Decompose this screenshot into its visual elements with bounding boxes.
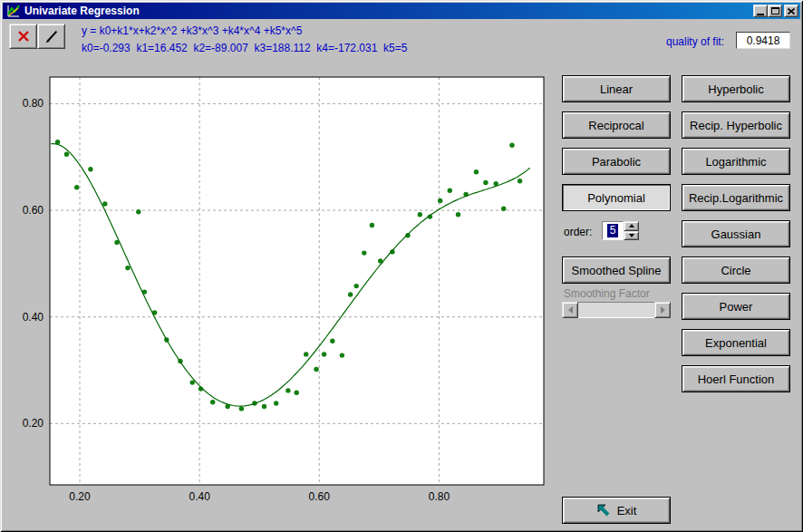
- exit-arrow-icon: [596, 503, 611, 517]
- fit-recip-hyperbolic-button[interactable]: Recip. Hyperbolic: [682, 111, 790, 139]
- fit-gaussian-button[interactable]: Gaussian: [682, 220, 790, 247]
- spin-down-button[interactable]: [624, 231, 639, 241]
- scroll-right-button[interactable]: [654, 302, 671, 318]
- pen-icon: [44, 28, 60, 44]
- window-title: Univariate Regression: [24, 5, 753, 17]
- fit-linear-button[interactable]: Linear: [562, 75, 671, 102]
- order-input[interactable]: 5: [602, 221, 624, 240]
- minimize-button[interactable]: [753, 5, 768, 17]
- arrow-left-icon: [568, 306, 573, 314]
- close-button[interactable]: [784, 5, 798, 17]
- maximize-button[interactable]: [768, 5, 782, 17]
- fit-recip-logarithmic-button[interactable]: Recip.Logarithmic: [682, 184, 790, 211]
- svg-text:0.40: 0.40: [23, 311, 44, 324]
- svg-text:0.40: 0.40: [189, 490, 210, 503]
- minimize-icon: [757, 14, 764, 15]
- close-icon: [788, 8, 795, 15]
- red-x-icon: [16, 29, 31, 44]
- svg-text:0.20: 0.20: [23, 417, 44, 430]
- order-value: 5: [607, 224, 619, 237]
- svg-text:0.60: 0.60: [23, 204, 44, 217]
- scrollbar-track[interactable]: [578, 302, 654, 318]
- app-icon: [6, 4, 21, 18]
- clear-fit-button[interactable]: [9, 24, 37, 49]
- svg-text:0.80: 0.80: [23, 97, 44, 110]
- fit-exponential-button[interactable]: Exponential: [682, 329, 790, 356]
- quality-of-fit-value: 0.9418: [736, 32, 790, 49]
- fit-parabolic-button[interactable]: Parabolic: [562, 148, 671, 175]
- regression-chart: 0.200.400.600.800.200.400.600.80: [7, 73, 551, 526]
- fit-hyperbolic-button[interactable]: Hyperbolic: [682, 75, 790, 102]
- fit-power-button[interactable]: Power: [682, 293, 790, 320]
- svg-text:0.60: 0.60: [309, 490, 331, 503]
- exit-button[interactable]: Exit: [562, 497, 671, 524]
- fit-reciprocal-button[interactable]: Reciprocal: [562, 111, 671, 139]
- draw-fit-button[interactable]: [37, 24, 65, 49]
- arrow-up-icon: [629, 224, 634, 227]
- order-spinner: [624, 221, 639, 240]
- window-controls: [753, 5, 798, 17]
- spin-up-button[interactable]: [624, 221, 639, 231]
- univariate-regression-window: Univariate Regression y = k0+k1*x+k2*x^: [0, 0, 803, 532]
- fit-circle-button[interactable]: Circle: [682, 256, 790, 284]
- smoothing-factor-scrollbar[interactable]: [562, 302, 671, 318]
- arrow-down-icon: [629, 234, 634, 237]
- fit-hoerl-function-button[interactable]: Hoerl Function: [682, 365, 790, 392]
- fit-logarithmic-button[interactable]: Logarithmic: [682, 148, 790, 175]
- title-bar: Univariate Regression: [3, 3, 800, 19]
- scroll-left-button[interactable]: [562, 302, 578, 318]
- order-label: order:: [564, 226, 592, 238]
- equation-formula: y = k0+k1*x+k2*x^2 +k3*x^3 +k4*x^4 +k5*x…: [82, 24, 302, 37]
- chart-panel: 0.200.400.600.800.200.400.600.80: [7, 73, 551, 526]
- svg-text:0.20: 0.20: [69, 490, 91, 503]
- arrow-right-icon: [661, 306, 665, 314]
- exit-label: Exit: [617, 504, 637, 517]
- quality-of-fit-label: quality of fit:: [666, 35, 724, 48]
- fit-polynomial-button[interactable]: Polynomial: [562, 184, 671, 211]
- equation-coefficients: k0=-0.293 k1=16.452 k2=-89.007 k3=188.11…: [82, 42, 407, 54]
- svg-text:0.80: 0.80: [429, 490, 450, 503]
- smoothing-factor-label: Smoothing Factor: [564, 287, 650, 300]
- maximize-icon: [771, 7, 779, 15]
- fit-smoothed-spline-button[interactable]: Smoothed Spline: [562, 256, 671, 284]
